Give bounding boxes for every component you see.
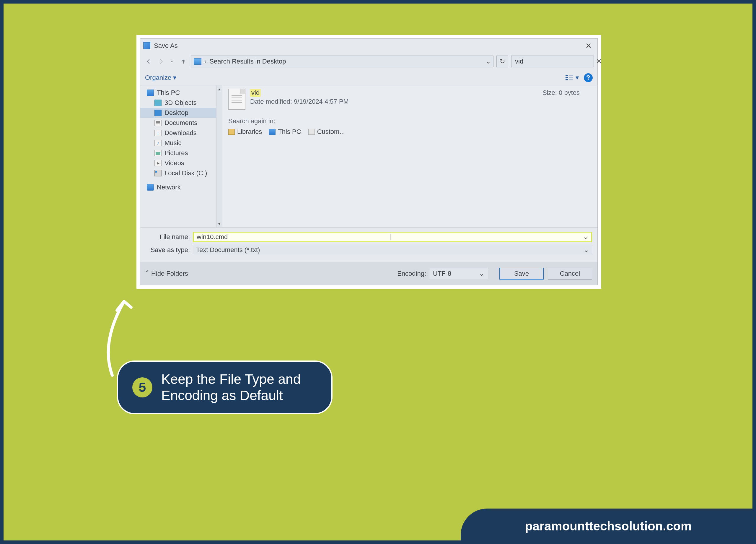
filename-dropdown-icon[interactable]: ⌄ [583, 233, 588, 241]
pictures-icon [154, 150, 162, 156]
svg-rect-2 [566, 79, 568, 80]
filename-input[interactable]: win10.cmd ⌄ [193, 232, 592, 242]
desktop-icon [154, 110, 162, 116]
tree-label: 3D Objects [164, 99, 197, 107]
chevron-right-icon: › [204, 58, 206, 65]
chevron-down-icon: ⌄ [584, 246, 589, 254]
hide-folders-button[interactable]: ˄ Hide Folders [146, 270, 188, 278]
pc-icon [269, 129, 276, 135]
clear-search-icon[interactable]: ✕ [596, 58, 602, 65]
navigation-pane: This PC 3D Objects Desktop Documents Dow… [140, 85, 222, 227]
tree-this-pc[interactable]: This PC [140, 88, 222, 98]
help-button[interactable]: ? [584, 73, 593, 82]
pc-icon [147, 89, 154, 96]
search-input[interactable] [515, 58, 596, 65]
result-modified: Date modified: 9/19/2024 4:57 PM [250, 98, 542, 105]
organize-menu[interactable]: Organize ▾ [145, 74, 176, 82]
tree-label: Downloads [164, 129, 197, 137]
search-again-libraries[interactable]: Libraries [228, 128, 262, 136]
svg-rect-4 [569, 77, 573, 78]
tree-local-disk[interactable]: Local Disk (C:) [140, 168, 222, 178]
search-again-this-pc[interactable]: This PC [269, 128, 301, 136]
downloads-icon [154, 130, 162, 136]
titlebar: Save As ✕ [140, 39, 597, 53]
chevron-down-icon: ▾ [173, 74, 176, 82]
search-result-item[interactable]: vid Date modified: 9/19/2024 4:57 PM Siz… [228, 89, 592, 110]
tree-3d-objects[interactable]: 3D Objects [140, 98, 222, 108]
result-filename: vid [250, 89, 261, 97]
back-button[interactable] [144, 57, 153, 66]
saveastype-select[interactable]: Text Documents (*.txt) ⌄ [193, 245, 592, 255]
dialog-inner: Save As ✕ › Search Results in Desktop ⌄ [140, 38, 598, 285]
tree-label: This PC [157, 89, 180, 97]
music-icon [154, 140, 162, 146]
address-text: Search Results in Desktop [209, 58, 483, 65]
tree-documents[interactable]: Documents [140, 118, 222, 128]
dialog-body: This PC 3D Objects Desktop Documents Dow… [140, 85, 597, 227]
svg-rect-3 [569, 75, 573, 76]
step-text: Keep the File Type and Encoding as Defau… [161, 371, 317, 404]
view-options-button[interactable] [564, 74, 574, 82]
tree-pictures[interactable]: Pictures [140, 148, 222, 158]
forward-button[interactable] [156, 57, 166, 66]
tree-desktop[interactable]: Desktop [140, 108, 222, 118]
view-dropdown-icon[interactable]: ▾ [574, 74, 580, 82]
form-area: File name: win10.cmd ⌄ Save as type: Tex… [140, 227, 597, 262]
tree-downloads[interactable]: Downloads [140, 128, 222, 138]
encoding-value: UTF-8 [433, 270, 479, 278]
search-box[interactable]: ✕ [511, 56, 594, 67]
encoding-label: Encoding: [397, 270, 426, 278]
refresh-button[interactable]: ↻ [496, 56, 508, 67]
tree-label: Documents [164, 119, 197, 127]
footer-url: paramounttechsolution.com [525, 519, 692, 533]
tree-label: Music [164, 139, 181, 147]
filename-value: win10.cmd [197, 233, 390, 241]
tree-network[interactable]: Network [140, 182, 222, 192]
step-caption: 5 Keep the File Type and Encoding as Def… [117, 361, 333, 414]
svg-rect-1 [566, 77, 568, 78]
tree-label: Videos [164, 159, 184, 167]
result-size: Size: 0 bytes [542, 89, 592, 105]
text-file-icon [228, 89, 245, 110]
svg-rect-5 [569, 79, 573, 80]
organize-label: Organize [145, 74, 171, 82]
tree-videos[interactable]: Videos [140, 158, 222, 168]
app-icon [143, 42, 150, 49]
chevron-down-icon[interactable]: ⌄ [485, 58, 491, 65]
nav-scrollbar[interactable] [216, 85, 222, 227]
disk-icon [154, 170, 162, 176]
close-icon[interactable]: ✕ [583, 41, 594, 50]
network-icon [147, 184, 154, 190]
encoding-select[interactable]: UTF-8 ⌄ [429, 268, 488, 279]
up-button[interactable] [179, 57, 188, 66]
tree-music[interactable]: Music [140, 138, 222, 148]
saveastype-value: Text Documents (*.txt) [196, 246, 584, 254]
toolbar: Organize ▾ ▾ ? [140, 70, 597, 85]
tree-label: Local Disk (C:) [164, 169, 207, 177]
videos-icon [154, 160, 162, 166]
action-row: ˄ Hide Folders Encoding: UTF-8 ⌄ Save Ca… [140, 262, 597, 285]
window-title: Save As [154, 42, 583, 50]
search-again-section: Search again in: Libraries This PC Cu [228, 117, 592, 136]
recent-dropdown-icon[interactable] [169, 57, 176, 66]
content-pane: vid Date modified: 9/19/2024 4:57 PM Siz… [222, 85, 597, 227]
svg-rect-0 [566, 75, 568, 76]
address-bar[interactable]: › Search Results in Desktop ⌄ [191, 56, 493, 67]
tree-label: Desktop [164, 109, 188, 117]
documents-icon [154, 120, 162, 126]
search-again-label: Search again in: [228, 117, 592, 125]
saveastype-label: Save as type: [146, 246, 190, 254]
tree-label: Network [157, 183, 181, 191]
libraries-icon [228, 129, 235, 135]
chevron-down-icon: ⌄ [479, 270, 484, 278]
tree-label: Pictures [164, 149, 188, 157]
save-button[interactable]: Save [499, 268, 544, 280]
filename-label: File name: [146, 233, 190, 241]
cancel-button[interactable]: Cancel [548, 268, 592, 280]
nav-row: › Search Results in Desktop ⌄ ↻ ✕ [140, 53, 597, 70]
step-number-badge: 5 [132, 377, 152, 398]
footer: paramounttechsolution.com [461, 509, 756, 544]
save-as-dialog: Save As ✕ › Search Results in Desktop ⌄ [136, 35, 601, 289]
3d-icon [154, 100, 162, 106]
search-again-custom[interactable]: Custom... [308, 128, 345, 136]
